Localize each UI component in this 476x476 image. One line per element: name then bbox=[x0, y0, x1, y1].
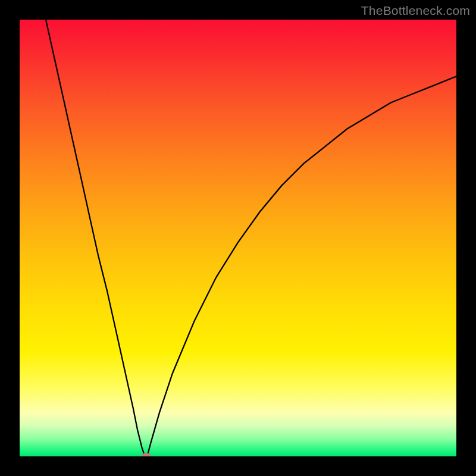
chart-frame: TheBottleneck.com bbox=[0, 0, 476, 476]
minimum-marker bbox=[142, 453, 151, 456]
chart-svg bbox=[20, 20, 456, 456]
watermark-text: TheBottleneck.com bbox=[361, 4, 470, 18]
plot-area bbox=[20, 20, 456, 456]
bottleneck-curve-path bbox=[46, 20, 456, 456]
